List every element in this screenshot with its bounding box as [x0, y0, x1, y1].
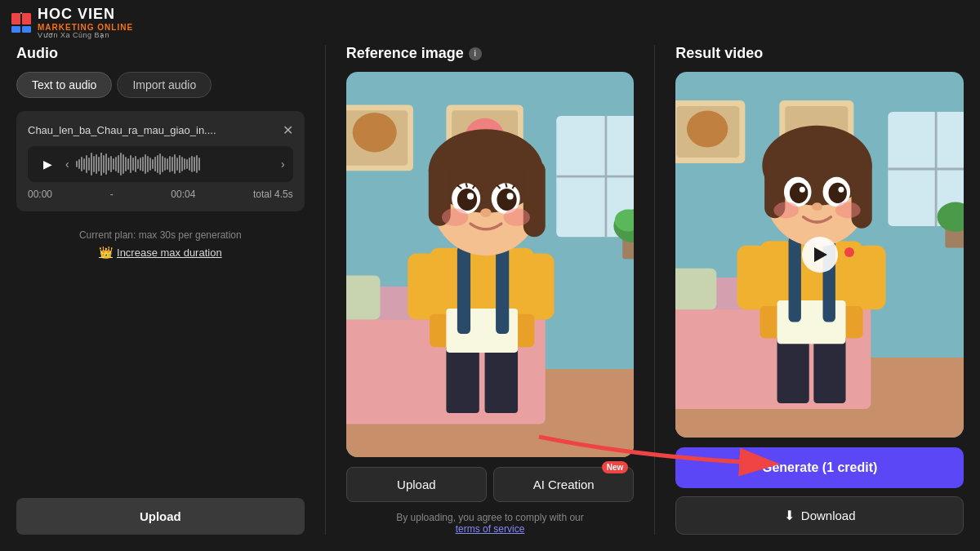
audio-upload-button[interactable]: Upload [16, 498, 305, 535]
increase-duration-link[interactable]: 👑 Increase max duration [16, 246, 305, 259]
waveform-left-arrow[interactable]: ‹ [65, 158, 69, 171]
logo: HOC VIEN MARKETING ONLINE Vươn Xa Cùng B… [8, 7, 133, 40]
play-button[interactable]: ▶ [36, 153, 59, 176]
svg-rect-3 [11, 26, 20, 33]
audio-filename: Chau_len_ba_Chau_ra_mau_giao_in.... [28, 124, 216, 136]
divider-2 [654, 45, 655, 535]
time-end: 00:04 [171, 189, 195, 200]
svg-point-51 [503, 208, 529, 226]
reference-image-container [346, 72, 635, 457]
logo-title: HOC VIEN [38, 7, 133, 23]
terms-link[interactable]: terms of service [456, 523, 525, 535]
result-video-container [675, 72, 964, 438]
svg-line-47 [506, 183, 506, 187]
waveform-row: ▶ ‹ › [28, 146, 293, 182]
svg-point-84 [790, 183, 808, 203]
crown-icon: 👑 [99, 246, 113, 259]
svg-rect-31 [496, 246, 509, 334]
svg-line-44 [466, 183, 466, 187]
svg-rect-56 [675, 269, 716, 309]
generate-button[interactable]: Generate (1 credit) [675, 447, 964, 488]
waveform-right-arrow[interactable]: › [281, 158, 285, 171]
result-buttons: Generate (1 credit) ⬇ Download [675, 447, 964, 535]
svg-rect-4 [22, 26, 31, 33]
svg-rect-75 [789, 237, 801, 322]
tab-import-audio[interactable]: Import audio [117, 72, 212, 98]
reference-ai-creation-button[interactable]: AI Creation New [493, 467, 634, 502]
tab-text-to-audio[interactable]: Text to audio [16, 72, 112, 98]
video-play-button[interactable] [802, 237, 838, 273]
download-button[interactable]: ⬇ Download [675, 496, 964, 535]
audio-tabs: Text to audio Import audio [16, 72, 305, 98]
svg-point-50 [442, 208, 468, 226]
svg-rect-26 [408, 254, 439, 320]
svg-rect-71 [737, 246, 767, 309]
svg-point-89 [774, 202, 800, 219]
svg-point-87 [839, 187, 844, 193]
plan-text: Current plan: max 30s per generation [16, 229, 305, 241]
svg-rect-72 [856, 246, 885, 309]
plan-info: Current plan: max 30s per generation 👑 I… [16, 229, 305, 259]
svg-point-86 [800, 187, 805, 193]
svg-point-62 [687, 111, 728, 148]
svg-rect-30 [457, 246, 470, 334]
total-duration: total 4.5s [253, 189, 293, 200]
audio-panel: Audio Text to audio Import audio Chau_le… [16, 45, 305, 535]
svg-point-85 [829, 183, 847, 203]
audio-file-box: Chau_len_ba_Chau_ra_mau_giao_in.... ✕ ▶ … [16, 111, 305, 211]
divider-1 [325, 45, 326, 535]
result-panel: Result video [675, 45, 964, 535]
svg-point-42 [506, 193, 513, 199]
reference-button-row: Upload AI Creation New [346, 467, 635, 502]
svg-point-49 [480, 208, 491, 217]
svg-point-88 [813, 202, 823, 211]
svg-rect-1 [11, 13, 20, 24]
download-icon: ⬇ [784, 508, 795, 523]
reference-panel-title: Reference image i [346, 45, 635, 62]
time-start: 00:00 [28, 189, 52, 200]
red-dot-indicator [844, 247, 854, 257]
reference-image-bg [346, 72, 635, 457]
svg-rect-10 [346, 275, 380, 319]
reference-panel: Reference image i [346, 45, 635, 535]
new-badge: New [602, 461, 629, 473]
svg-point-16 [352, 113, 396, 153]
svg-point-41 [467, 193, 474, 199]
svg-rect-27 [523, 254, 554, 320]
svg-rect-2 [22, 13, 31, 24]
svg-point-39 [457, 189, 477, 211]
audio-panel-title: Audio [16, 45, 305, 62]
reference-info-icon[interactable]: i [469, 47, 482, 60]
logo-tagline: Vươn Xa Cùng Bạn [38, 32, 133, 40]
logo-book-icon [8, 10, 34, 36]
svg-point-90 [835, 202, 861, 219]
reference-upload-button[interactable]: Upload [346, 467, 487, 502]
waveform-display [76, 153, 274, 176]
svg-rect-81 [852, 155, 872, 229]
close-audio-button[interactable]: ✕ [283, 122, 293, 138]
result-panel-title: Result video [675, 45, 964, 62]
terms-text: By uploading, you agree to comply with o… [346, 512, 635, 535]
svg-rect-36 [523, 160, 545, 237]
play-triangle-icon [814, 247, 827, 262]
svg-point-40 [497, 189, 516, 211]
